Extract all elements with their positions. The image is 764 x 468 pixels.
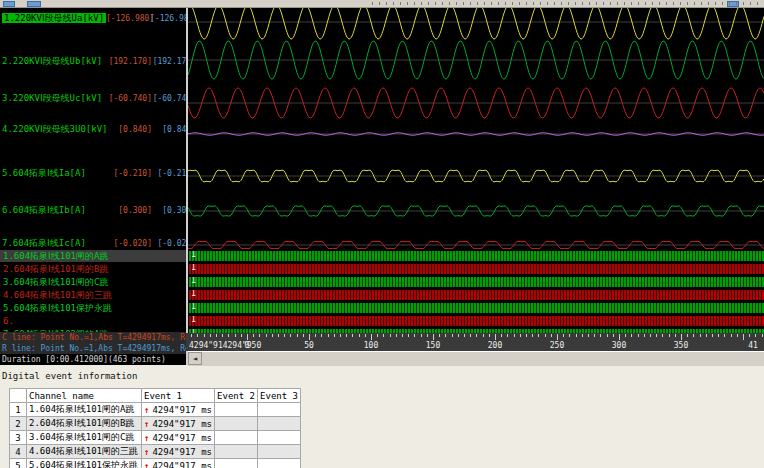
ruler-minor-tick [749, 334, 750, 337]
ruler-minor-tick [396, 334, 397, 337]
ruler-minor-tick [352, 334, 353, 337]
analog-channel-label: 5.604拓泉Ⅰ线Ia[A] [2, 168, 86, 178]
analog-channel-label: 4.220KVⅠ段母线3U0[kV] [2, 124, 108, 134]
ruler-minor-tick [266, 334, 267, 337]
ruler-minor-tick [625, 334, 626, 337]
ruler-minor-tick [346, 334, 347, 337]
ruler-minor-tick [693, 334, 694, 337]
analog-channel-row-4[interactable]: 4.220KVⅠ段母线3U0[kV][0.840][0.840] [2, 124, 186, 135]
ruler-minor-tick [328, 334, 329, 337]
digital-channel-row-5[interactable]: 5.604拓泉Ⅰ线101保护永跳 [0, 302, 186, 314]
row-number-cell: 4 [10, 445, 27, 459]
ruler-minor-tick [594, 334, 595, 337]
cursor-r-value: [-0.210] [150, 168, 186, 179]
ruler-minor-tick [253, 334, 254, 337]
ruler-minor-tick [755, 334, 756, 337]
analog-channel-row-5[interactable]: 5.604拓泉Ⅰ线Ia[A][-0.210][-0.210] [2, 168, 186, 179]
digital-channel-row-1[interactable]: 1.604拓泉Ⅰ线101闸的A跳 [0, 250, 186, 262]
ruler-minor-tick [359, 334, 360, 337]
time-axis-ruler[interactable]: 4294"914294"950 05010015020025030035041 [186, 333, 764, 351]
ruler-minor-tick [421, 334, 422, 337]
ruler-minor-tick [272, 334, 273, 337]
ruler-label: 350 [674, 341, 688, 350]
table-row[interactable]: 22.604拓泉Ⅰ线101闸的B跳↑4294"917 ms [10, 417, 301, 431]
ruler-major-tick [495, 334, 496, 340]
analog-channel-row-1[interactable]: 1.220KVⅠ段母线Ua[kV][-126.980][-126.980] [2, 13, 186, 24]
toolbar-strip [0, 0, 764, 8]
ruler-minor-tick [235, 334, 236, 337]
analog-channel-label: 6.604拓泉Ⅰ线Ib[A] [2, 205, 86, 215]
ruler-minor-tick [458, 334, 459, 337]
analog-channel-label: 7.604拓泉Ⅰ线Ic[A] [2, 238, 86, 248]
ruler-minor-tick [538, 334, 539, 337]
ruler-minor-tick [712, 334, 713, 337]
ruler-minor-tick [259, 334, 260, 337]
digital-channel-row-2[interactable]: 2.604拓泉Ⅰ线101闸的B跳 [0, 263, 186, 275]
scrollbar-left-arrow-icon[interactable]: ◄ [188, 352, 202, 365]
rising-edge-arrow-icon: ↑ [144, 461, 149, 468]
toolbar-button-icon[interactable] [27, 1, 41, 7]
analog-channel-row-6[interactable]: 6.604拓泉Ⅰ线Ib[A][0.300][0.300] [2, 205, 186, 216]
digital-channel-row-3[interactable]: 3.604拓泉Ⅰ线101闸的C跳 [0, 276, 186, 288]
channel-name-cell: 2.604拓泉Ⅰ线101闸的B跳 [27, 417, 142, 431]
event2-cell [215, 403, 258, 417]
table-header-cell: Event 3 [258, 389, 301, 403]
cursor-c-value: [-0.210] [106, 168, 152, 179]
event-time: 4294"917 ms [152, 461, 212, 468]
horizontal-scrollbar[interactable]: ◄ [188, 351, 764, 366]
toolbar-button-icon[interactable] [3, 1, 15, 7]
analog-channel-row-7[interactable]: 7.604拓泉Ⅰ线Ic[A][-0.020][-0.020] [2, 238, 186, 249]
digital-trace-bar-6[interactable]: 1 [189, 316, 764, 326]
ruler-minor-tick [687, 334, 688, 337]
table-header-cell [10, 389, 27, 403]
analog-channel-row-2[interactable]: 2.220KVⅠ段母线Ub[kV][192.170][192.170] [2, 56, 186, 67]
ruler-minor-tick [334, 334, 335, 337]
ruler-minor-tick [675, 334, 676, 337]
ruler-minor-tick [278, 334, 279, 337]
event2-cell [215, 445, 258, 459]
ruler-minor-tick [613, 334, 614, 337]
trace-level-marker: 1 [191, 251, 196, 260]
analog-channel-row-3[interactable]: 3.220KVⅠ段母线Uc[kV][-60.740][-60.740] [2, 93, 186, 104]
digital-channel-row-6[interactable]: 6. [0, 315, 186, 327]
ruler-minor-tick [718, 334, 719, 337]
ruler-label: 41 [748, 341, 758, 350]
ruler-major-tick [371, 334, 372, 340]
ruler-minor-tick [476, 334, 477, 337]
digital-channel-row-4[interactable]: 4.604拓泉Ⅰ线101闸的三跳 [0, 289, 186, 301]
channel-name-cell: 5.604拓泉Ⅰ线101保护永跳 [27, 459, 142, 468]
event1-cell: ↑4294"917 ms [142, 459, 215, 468]
ruler-minor-tick [452, 334, 453, 337]
table-row[interactable]: 44.604拓泉Ⅰ线101闸的三跳↑4294"917 ms [10, 445, 301, 459]
digital-trace-bar-2[interactable]: 1 [189, 264, 764, 274]
ruler-minor-tick [656, 334, 657, 337]
cursor-r-value: [-0.020] [150, 238, 186, 249]
ruler-minor-tick [414, 334, 415, 337]
digital-trace-bar-4[interactable]: 1 [189, 290, 764, 300]
cursor-c-value: [-126.980] [106, 13, 152, 24]
digital-trace-bar-1[interactable]: 1 [189, 251, 764, 261]
event3-cell [258, 417, 301, 431]
ruler-minor-tick [340, 334, 341, 337]
top-ruler-ticks [372, 2, 760, 5]
event-time: 4294"917 ms [152, 447, 212, 457]
ruler-minor-tick [197, 334, 198, 337]
event3-cell [258, 431, 301, 445]
ruler-major-tick [743, 334, 744, 340]
ruler-label: 100 [364, 341, 378, 350]
ruler-minor-tick [582, 334, 583, 337]
digital-trace-bar-3[interactable]: 1 [189, 277, 764, 287]
ruler-label: 250 [550, 341, 564, 350]
ruler-minor-tick [402, 334, 403, 337]
ruler-major-tick [247, 334, 248, 340]
row-number-cell: 5 [10, 459, 27, 468]
trace-level-marker: 1 [191, 277, 196, 286]
table-header-cell: Channel name [27, 389, 142, 403]
table-row[interactable]: 11.604拓泉Ⅰ线101闸的A跳↑4294"917 ms [10, 403, 301, 417]
ruler-minor-tick [507, 334, 508, 337]
cursor-c-value: [-0.020] [106, 238, 152, 249]
table-row[interactable]: 55.604拓泉Ⅰ线101保护永跳↑4294"917 ms [10, 459, 301, 468]
table-row[interactable]: 33.604拓泉Ⅰ线101闸的C跳↑4294"917 ms [10, 431, 301, 445]
digital-trace-bar-5[interactable]: 1 [189, 303, 764, 313]
ruler-major-tick [557, 334, 558, 340]
